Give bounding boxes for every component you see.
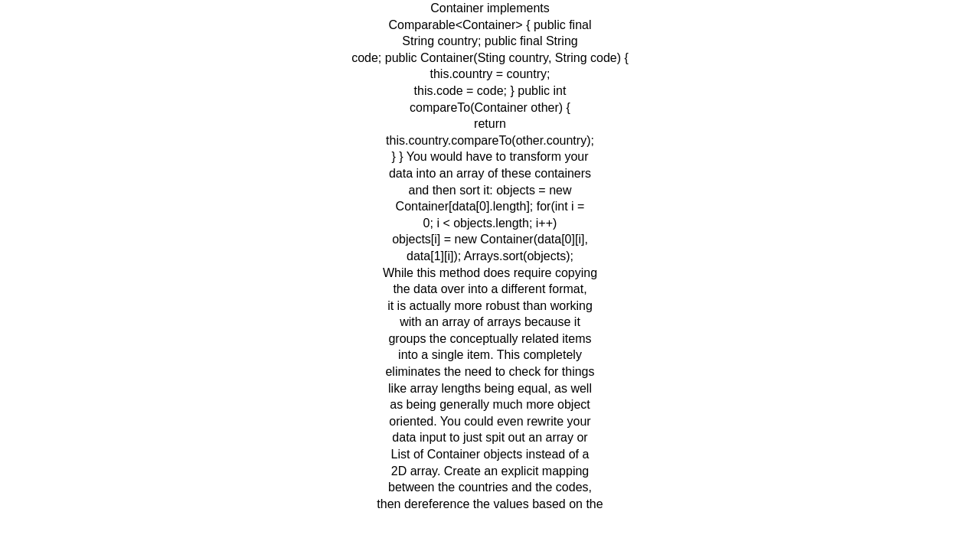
text-line: String country; public final String: [351, 33, 629, 50]
text-line: 0; i < objects.length; i++): [351, 215, 629, 232]
text-line: it is actually more robust than working: [351, 298, 629, 315]
text-line: eliminates the need to check for things: [351, 364, 629, 380]
text-line: Container[data[0].length]; for(int i =: [351, 198, 629, 215]
text-line: this.country.compareTo(other.country);: [351, 132, 629, 149]
text-line: Container implements: [351, 0, 629, 17]
text-line: like array lengths being equal, as well: [351, 380, 629, 397]
text-line: groups the conceptually related items: [351, 331, 629, 347]
text-line: return: [351, 116, 629, 132]
text-line: this.country = country;: [351, 66, 629, 83]
text-line: code; public Container(Sting country, St…: [351, 50, 629, 67]
text-line: between the countries and the codes,: [351, 479, 629, 496]
main-content: Container implementsComparable<Container…: [0, 0, 980, 551]
text-line: objects[i] = new Container(data[0][i],: [351, 231, 629, 248]
text-line: this.code = code; } public int: [351, 83, 629, 99]
text-line: data into an array of these containers: [351, 165, 629, 182]
text-line: } } You would have to transform your: [351, 148, 629, 165]
text-line: into a single item. This completely: [351, 347, 629, 364]
text-line: compareTo(Container other) {: [351, 99, 629, 116]
text-line: oriented. You could even rewrite your: [351, 413, 629, 430]
text-line: 2D array. Create an explicit mapping: [351, 463, 629, 480]
text-block: Container implementsComparable<Container…: [351, 0, 629, 512]
text-line: the data over into a different format,: [351, 281, 629, 298]
text-line: While this method does require copying: [351, 265, 629, 282]
text-line: data[1][i]); Arrays.sort(objects);: [351, 248, 629, 265]
text-line: data input to just spit out an array or: [351, 429, 629, 446]
text-line: and then sort it: objects = new: [351, 182, 629, 199]
text-line: with an array of arrays because it: [351, 314, 629, 331]
text-line: as being generally much more object: [351, 396, 629, 413]
text-line: List of Container objects instead of a: [351, 446, 629, 463]
text-line: then dereference the values based on the: [351, 496, 629, 513]
text-line: Comparable<Container> { public final: [351, 17, 629, 34]
